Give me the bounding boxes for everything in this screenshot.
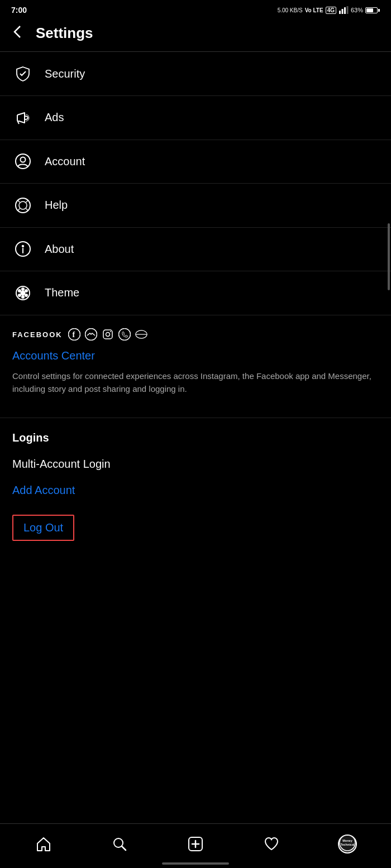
security-icon — [12, 63, 34, 84]
svg-line-10 — [18, 208, 20, 210]
security-label: Security — [45, 68, 85, 80]
accounts-description: Control settings for connected experienc… — [12, 370, 379, 395]
bottom-navigation: Money Technical — [0, 823, 391, 868]
svg-point-21 — [18, 290, 21, 292]
signal-4g: 4G — [326, 7, 336, 14]
help-icon — [12, 195, 34, 216]
menu-item-security[interactable]: Security — [0, 52, 391, 95]
ads-label: Ads — [45, 111, 64, 124]
search-icon — [111, 836, 128, 852]
svg-text:Technical: Technical — [341, 843, 355, 846]
svg-point-27 — [106, 333, 109, 337]
avatar-text: Money Technical — [339, 835, 356, 852]
svg-point-19 — [22, 296, 24, 298]
nav-profile[interactable]: Money Technical — [309, 835, 385, 853]
menu-item-account[interactable]: Account — [0, 140, 391, 183]
svg-rect-2 — [344, 7, 346, 14]
svg-rect-3 — [346, 6, 348, 14]
menu-item-ads[interactable]: Ads — [0, 96, 391, 140]
svg-point-28 — [110, 331, 111, 332]
svg-line-33 — [122, 846, 126, 850]
gesture-bar — [162, 862, 229, 865]
settings-content: Security Ads Account — [0, 52, 391, 608]
facebook-brand-text: FACEBOOK — [12, 330, 63, 339]
status-bar: 7:00 5.00 KB/S Vo LTE 4G 63% — [0, 0, 391, 17]
facebook-section: FACEBOOK f — [0, 315, 391, 418]
whatsapp-icon — [118, 328, 131, 341]
scrollbar-indicator — [388, 223, 390, 290]
svg-rect-0 — [339, 11, 341, 14]
svg-point-13 — [22, 246, 23, 247]
menu-item-help[interactable]: Help — [0, 184, 391, 227]
volte-indicator: Vo LTE — [305, 7, 323, 13]
page-title: Settings — [36, 25, 93, 42]
account-label: Account — [45, 155, 85, 168]
svg-point-29 — [118, 329, 130, 341]
svg-point-16 — [22, 288, 24, 290]
facebook-brand-row: FACEBOOK f — [12, 328, 379, 341]
status-time: 7:00 — [11, 6, 27, 15]
profile-avatar[interactable]: Money Technical — [338, 835, 357, 853]
menu-item-theme[interactable]: Theme — [0, 271, 391, 315]
ads-icon — [12, 107, 34, 128]
add-icon — [187, 836, 204, 852]
network-speed: 5.00 KB/S — [278, 7, 303, 13]
svg-line-8 — [18, 200, 20, 203]
logins-label: Logins — [12, 431, 379, 444]
nav-add[interactable] — [158, 836, 233, 852]
svg-line-11 — [26, 208, 28, 210]
battery-icon — [365, 7, 380, 13]
signal-bars-icon — [338, 6, 349, 14]
nav-search[interactable] — [82, 836, 158, 852]
svg-point-18 — [25, 294, 27, 296]
svg-point-7 — [19, 202, 27, 209]
logins-section: Logins Multi-Account Login Add Account — [0, 418, 391, 497]
logins-padding: Logins Multi-Account Login Add Account — [12, 418, 379, 497]
svg-line-9 — [26, 200, 28, 203]
svg-point-20 — [18, 294, 21, 296]
back-button[interactable] — [10, 24, 26, 42]
account-icon — [12, 151, 34, 172]
theme-label: Theme — [45, 286, 79, 299]
svg-rect-1 — [341, 9, 343, 14]
settings-header: Settings — [0, 17, 391, 52]
menu-item-about[interactable]: About — [0, 227, 391, 271]
facebook-icon: f — [68, 328, 80, 341]
about-label: About — [45, 243, 74, 256]
logout-button[interactable]: Log Out — [12, 515, 74, 541]
nav-activity[interactable] — [233, 836, 309, 852]
about-icon — [12, 238, 34, 260]
meta-icon — [135, 328, 147, 341]
accounts-center-link[interactable]: Accounts Center — [12, 349, 379, 362]
theme-icon — [12, 282, 34, 304]
svg-point-5 — [21, 157, 26, 162]
nav-home[interactable] — [6, 836, 82, 852]
home-icon — [35, 836, 52, 852]
battery-percent: 63% — [351, 7, 363, 13]
status-right: 5.00 KB/S Vo LTE 4G 63% — [278, 6, 380, 14]
svg-point-17 — [25, 290, 27, 292]
facebook-icons-row: f — [68, 328, 147, 341]
svg-point-22 — [21, 291, 25, 295]
heart-icon — [263, 836, 280, 852]
svg-text:f: f — [72, 330, 75, 339]
instagram-icon — [102, 328, 114, 341]
svg-text:Money: Money — [342, 839, 352, 842]
messenger-icon — [85, 328, 97, 341]
add-account-link[interactable]: Add Account — [12, 484, 379, 497]
svg-point-6 — [16, 198, 30, 213]
help-label: Help — [45, 199, 68, 212]
multi-account-label[interactable]: Multi-Account Login — [12, 458, 379, 471]
